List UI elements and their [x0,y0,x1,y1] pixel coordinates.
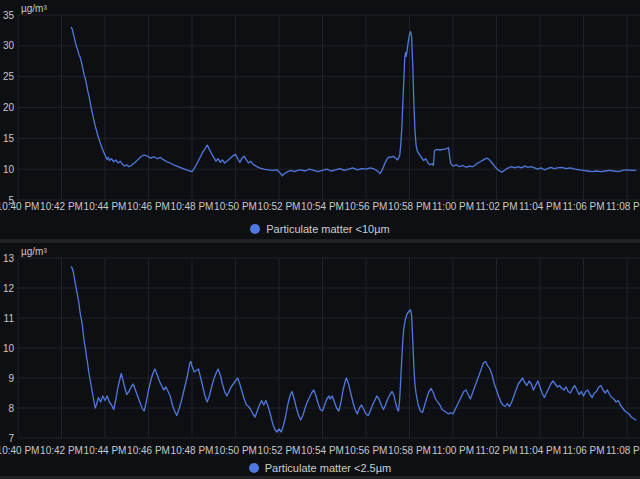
x-tick-label: 10:52 PM [258,201,301,212]
axis-unit-label: µg/m³ [21,3,47,14]
x-tick-label: 10:50 PM [214,201,257,212]
x-tick-label: 11:00 PM [432,201,474,212]
y-tick-label: 35 [3,10,15,21]
x-tick-label: 11:08 PM [606,445,640,456]
x-tick-label: 10:46 PM [127,201,170,212]
series-line [71,27,635,176]
legend-label: Particulate matter <10µm [266,223,389,235]
y-tick-label: 13 [3,253,15,264]
x-tick-label: 10:48 PM [171,445,214,456]
panel-pm10: 510152025303510:40 PM10:42 PM10:44 PM10:… [0,0,640,239]
x-tick-label: 10:44 PM [84,201,127,212]
x-tick-label: 10:56 PM [345,445,388,456]
y-tick-label: 7 [8,433,14,444]
x-tick-label: 10:46 PM [127,445,170,456]
axis-unit-label: µg/m³ [21,246,47,257]
pm10-chart-plot[interactable]: 510152025303510:40 PM10:42 PM10:44 PM10:… [0,0,640,219]
y-tick-label: 11 [4,313,15,324]
y-tick-label: 9 [8,373,14,384]
x-tick-label: 10:40 PM [0,201,39,212]
x-tick-label: 10:54 PM [301,445,344,456]
pm25-chart-plot[interactable]: 7891011121310:40 PM10:42 PM10:44 PM10:46… [0,243,640,459]
x-tick-label: 11:08 PM [606,201,640,212]
legend-dot-icon [250,224,260,234]
legend-dot-icon [249,463,259,473]
x-tick-label: 11:04 PM [519,201,561,212]
panel-pm25: 7891011121310:40 PM10:42 PM10:44 PM10:46… [0,243,640,476]
legend-label: Particulate matter <2.5µm [265,462,391,474]
y-tick-label: 15 [3,133,15,144]
x-tick-label: 10:56 PM [345,201,388,212]
x-tick-label: 11:00 PM [432,445,474,456]
x-tick-label: 10:58 PM [388,201,431,212]
series-line [71,267,635,432]
x-tick-label: 11:06 PM [562,445,604,456]
y-tick-label: 12 [3,283,15,294]
y-tick-label: 10 [3,164,15,175]
x-tick-label: 11:06 PM [562,201,604,212]
x-tick-label: 10:52 PM [258,445,301,456]
x-tick-label: 10:50 PM [214,445,257,456]
y-tick-label: 8 [8,403,14,414]
x-tick-label: 11:02 PM [475,445,517,456]
x-tick-label: 10:54 PM [301,201,344,212]
y-tick-label: 20 [3,102,15,113]
x-tick-label: 10:42 PM [40,445,83,456]
y-tick-label: 10 [3,343,15,354]
y-tick-label: 30 [3,40,15,51]
x-tick-label: 11:02 PM [475,201,517,212]
y-tick-label: 25 [3,71,15,82]
x-tick-label: 10:58 PM [388,445,431,456]
x-tick-label: 11:04 PM [519,445,561,456]
pm25-legend-item[interactable]: Particulate matter <2.5µm [0,460,640,476]
x-tick-label: 10:42 PM [40,201,83,212]
x-tick-label: 10:40 PM [0,445,39,456]
pm10-legend-item[interactable]: Particulate matter <10µm [0,221,640,237]
x-tick-label: 10:48 PM [171,201,214,212]
x-tick-label: 10:44 PM [84,445,127,456]
